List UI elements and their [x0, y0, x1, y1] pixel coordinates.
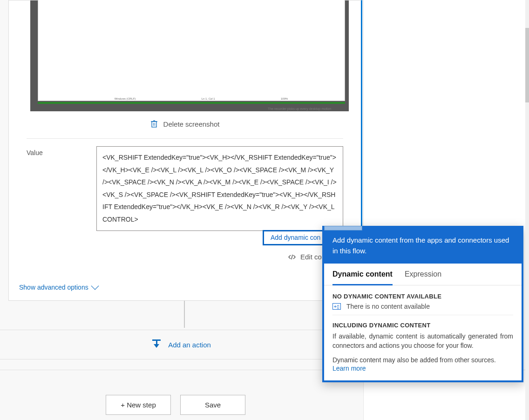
bottom-button-row: + New step Save — [106, 395, 245, 415]
popup-header-text: Add dynamic content from the apps and co… — [332, 236, 509, 255]
popup-handle[interactable] — [324, 226, 362, 230]
show-advanced-label: Show advanced options — [19, 284, 88, 291]
learn-more-link[interactable]: Learn more — [332, 365, 513, 372]
tab-expression[interactable]: Expression — [405, 270, 441, 285]
delete-screenshot-label: Delete screenshot — [163, 120, 220, 128]
no-dynamic-content-text: There is no content available — [346, 303, 430, 310]
svg-line-5 — [292, 255, 292, 259]
no-dynamic-content-title: NO DYNAMIC CONTENT AVAILABLE — [332, 293, 513, 300]
including-dynamic-text: If available, dynamic content is automat… — [332, 332, 513, 351]
screenshot-status-b: Ln 1, Col 1 — [202, 97, 215, 100]
edit-code-button[interactable]: Edit co — [288, 253, 322, 261]
screenshot-preview: Windows (CRLF) Ln 1, Col 1 100% The reco… — [30, 0, 349, 111]
including-dynamic-title: INCLUDING DYNAMIC CONTENT — [332, 322, 513, 329]
scrollbar-thumb[interactable] — [525, 28, 529, 102]
delete-screenshot-button[interactable]: Delete screenshot — [17, 111, 353, 135]
add-content-icon[interactable]: +▯ — [332, 303, 341, 310]
trash-icon — [150, 120, 158, 128]
dynamic-content-popup: Add dynamic content from the apps and co… — [322, 226, 523, 382]
svg-rect-0 — [152, 122, 156, 127]
popup-tabs: Dynamic content Expression — [324, 264, 522, 285]
new-step-button[interactable]: + New step — [106, 395, 171, 415]
tab-dynamic-content[interactable]: Dynamic content — [332, 270, 393, 285]
screenshot-status-a: Windows (CRLF) — [115, 97, 136, 100]
action-card: Windows (CRLF) Ln 1, Col 1 100% The reco… — [8, 0, 362, 301]
show-advanced-options[interactable]: Show advanced options — [19, 284, 98, 291]
save-button[interactable]: Save — [180, 395, 245, 415]
other-sources-text: Dynamic content may also be added from o… — [332, 356, 513, 364]
add-dynamic-content-button[interactable]: Add dynamic con — [263, 230, 328, 245]
value-label: Value — [27, 146, 87, 231]
edit-code-icon — [288, 254, 296, 260]
screenshot-caption: The recorder picks up every desktop moti… — [268, 107, 331, 110]
popup-header: Add dynamic content from the apps and co… — [324, 228, 522, 264]
chevron-down-icon — [91, 282, 99, 290]
screenshot-status-c: 100% — [281, 97, 288, 100]
value-textarea[interactable]: <VK_RSHIFT ExtendedKey="true"><VK_H></VK… — [96, 146, 343, 231]
add-action-label: Add an action — [168, 341, 211, 349]
flow-connector-line — [184, 301, 185, 328]
add-action-icon — [151, 339, 162, 350]
edit-code-label: Edit co — [300, 253, 322, 261]
vertical-scrollbar[interactable] — [525, 0, 529, 420]
add-action-button[interactable]: Add an action — [0, 330, 362, 359]
